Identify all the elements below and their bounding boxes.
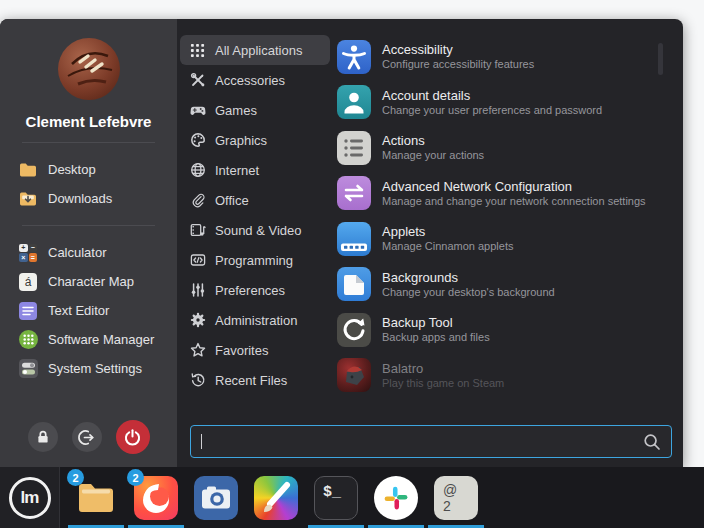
taskbar-file-manager[interactable]: 2 bbox=[66, 467, 126, 528]
app-balatro[interactable]: Balatro Play this game on Steam bbox=[337, 353, 655, 399]
system-settings-icon bbox=[18, 359, 38, 379]
app-actions[interactable]: Actions Manage your actions bbox=[337, 125, 655, 171]
sidebar-item-text-editor[interactable]: Text Editor bbox=[0, 296, 177, 325]
app-description: Manage and change your network connectio… bbox=[382, 195, 646, 208]
menu-button[interactable]: lm bbox=[0, 467, 60, 528]
application-list: Accessibility Configure accessibility fe… bbox=[337, 34, 655, 398]
app-applets[interactable]: Applets Manage Cinnamon applets bbox=[337, 216, 655, 262]
category-label: Recent Files bbox=[215, 373, 287, 388]
category-label: Games bbox=[215, 103, 257, 118]
power-icon bbox=[123, 428, 142, 447]
app-name: Applets bbox=[382, 224, 513, 240]
app-backup-tool[interactable]: Backup Tool Backup apps and files bbox=[337, 307, 655, 353]
history-icon bbox=[189, 372, 206, 389]
category-sound-video[interactable]: Sound & Video bbox=[180, 215, 330, 245]
place-label: Desktop bbox=[48, 162, 96, 177]
sidebar-item-label: Character Map bbox=[48, 274, 134, 289]
network-arrows-icon bbox=[337, 176, 371, 210]
tools-icon bbox=[189, 72, 206, 89]
desktop: Clement Lefebvre Desktop Downloads bbox=[0, 0, 704, 528]
taskbar: lm 2 2 bbox=[0, 467, 704, 528]
taskbar-firefox[interactable]: 2 bbox=[126, 467, 186, 528]
backup-icon bbox=[337, 313, 371, 347]
category-preferences[interactable]: Preferences bbox=[180, 275, 330, 305]
app-backgrounds[interactable]: Backgrounds Change your desktop's backgr… bbox=[337, 262, 655, 308]
app-name: Backup Tool bbox=[382, 315, 490, 331]
linux-mint-logo-icon: lm bbox=[9, 477, 51, 519]
code-icon bbox=[189, 252, 206, 269]
taskbar-slack[interactable] bbox=[366, 467, 426, 528]
category-list: All Applications Accessories bbox=[180, 35, 330, 395]
grid-icon bbox=[189, 42, 206, 59]
shutdown-button[interactable] bbox=[116, 420, 150, 454]
gear-icon bbox=[189, 312, 206, 329]
sidebar-item-calculator[interactable]: + − × = Calculator bbox=[0, 238, 177, 267]
sidebar-item-character-map[interactable]: á Character Map bbox=[0, 267, 177, 296]
app-description: Play this game on Steam bbox=[382, 377, 504, 390]
place-label: Downloads bbox=[48, 191, 112, 206]
at-line1: @ bbox=[443, 482, 457, 498]
paint-brush-icon bbox=[254, 476, 298, 520]
category-games[interactable]: Games bbox=[180, 95, 330, 125]
category-graphics[interactable]: Graphics bbox=[180, 125, 330, 155]
sidebar-item-software-manager[interactable]: Software Manager bbox=[0, 325, 177, 354]
category-label: Sound & Video bbox=[215, 223, 302, 238]
separator bbox=[22, 142, 155, 143]
category-label: Internet bbox=[215, 163, 259, 178]
app-description: Configure accessibility features bbox=[382, 58, 534, 71]
text-caret bbox=[201, 434, 202, 449]
scrollbar-thumb[interactable] bbox=[658, 43, 663, 75]
taskbar-terminal[interactable]: $_ bbox=[306, 467, 366, 528]
lock-button[interactable] bbox=[28, 422, 58, 452]
sidebar-item-system-settings[interactable]: System Settings bbox=[0, 354, 177, 383]
app-advanced-network-configuration[interactable]: Advanced Network Configuration Manage an… bbox=[337, 171, 655, 217]
category-all-applications[interactable]: All Applications bbox=[180, 35, 330, 65]
window-count-badge: 2 bbox=[127, 469, 144, 486]
app-description: Change your desktop's background bbox=[382, 286, 555, 299]
taskbar-at-group[interactable]: @ 2 bbox=[426, 467, 486, 528]
category-label: Accessories bbox=[215, 73, 285, 88]
category-recent-files[interactable]: Recent Files bbox=[180, 365, 330, 395]
at-line2: 2 bbox=[443, 498, 451, 514]
search-icon bbox=[643, 433, 661, 451]
place-downloads[interactable]: Downloads bbox=[0, 184, 177, 213]
slack-icon bbox=[374, 476, 418, 520]
menu-sidebar: Clement Lefebvre Desktop Downloads bbox=[0, 19, 177, 467]
category-programming[interactable]: Programming bbox=[180, 245, 330, 275]
lock-icon bbox=[35, 429, 51, 445]
sidebar-item-label: Software Manager bbox=[48, 332, 154, 347]
category-internet[interactable]: Internet bbox=[180, 155, 330, 185]
app-accessibility[interactable]: Accessibility Configure accessibility fe… bbox=[337, 34, 655, 80]
category-accessories[interactable]: Accessories bbox=[180, 65, 330, 95]
category-office[interactable]: Office bbox=[180, 185, 330, 215]
app-description: Backup apps and files bbox=[382, 331, 490, 344]
app-description: Manage your actions bbox=[382, 149, 484, 162]
place-desktop[interactable]: Desktop bbox=[0, 155, 177, 184]
category-favorites[interactable]: Favorites bbox=[180, 335, 330, 365]
software-manager-icon bbox=[18, 330, 38, 350]
app-account-details[interactable]: Account details Change your user prefere… bbox=[337, 80, 655, 126]
app-name: Actions bbox=[382, 133, 484, 149]
taskbar-screenshot-tool[interactable] bbox=[186, 467, 246, 528]
folder-icon bbox=[18, 160, 38, 180]
mint-logo-text: lm bbox=[21, 488, 39, 508]
folder-download-icon bbox=[18, 189, 38, 209]
backgrounds-icon bbox=[337, 267, 371, 301]
window-count-badge: 2 bbox=[67, 469, 84, 486]
terminal-icon: $_ bbox=[314, 476, 358, 520]
search-input[interactable] bbox=[190, 425, 672, 458]
football-avatar-image bbox=[58, 38, 120, 100]
text-editor-icon bbox=[18, 301, 38, 321]
paperclip-icon bbox=[189, 192, 206, 209]
avatar[interactable] bbox=[58, 38, 120, 100]
app-name: Advanced Network Configuration bbox=[382, 179, 646, 195]
at-symbol-icon: @ 2 bbox=[434, 476, 478, 520]
globe-icon bbox=[189, 162, 206, 179]
taskbar-drawing-app[interactable] bbox=[246, 467, 306, 528]
film-note-icon bbox=[189, 222, 206, 239]
category-administration[interactable]: Administration bbox=[180, 305, 330, 335]
calculator-icon: + − × = bbox=[18, 243, 38, 263]
palette-icon bbox=[189, 132, 206, 149]
taskbar-launchers: 2 2 bbox=[66, 467, 486, 528]
logout-button[interactable] bbox=[72, 422, 102, 452]
